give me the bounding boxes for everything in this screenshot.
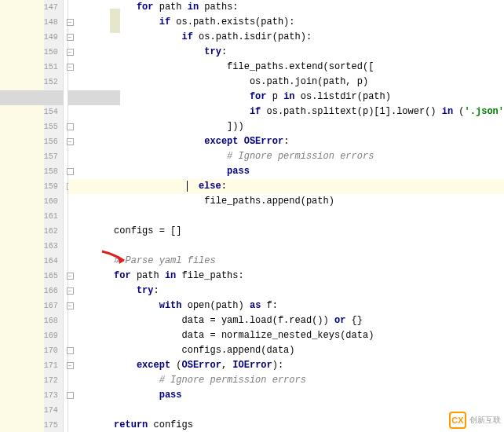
code-line[interactable]: ])) <box>68 119 504 134</box>
code-line[interactable]: for p in os.listdir(path) <box>68 90 504 104</box>
line-number: 155 <box>44 119 58 134</box>
line-number: 171 <box>44 358 58 373</box>
line-number: 164 <box>44 254 58 269</box>
line-number: 166 <box>44 284 58 298</box>
watermark: CX 创新互联 <box>449 412 501 429</box>
code-line[interactable]: data = yaml.load(f.read()) or {} <box>68 313 504 328</box>
line-number: 169 <box>44 328 58 343</box>
line-number: 150 <box>44 45 58 60</box>
left-margin <box>0 0 44 432</box>
code-line[interactable]: configs = [] <box>68 224 504 239</box>
code-line[interactable]: pass <box>68 388 504 403</box>
line-number: 161 <box>44 209 58 224</box>
code-line[interactable] <box>68 209 504 224</box>
text-cursor <box>187 181 188 192</box>
code-line[interactable]: if os.path.exists(path): <box>68 15 504 30</box>
line-number: 165 <box>44 269 58 284</box>
line-number: 162 <box>44 224 58 239</box>
line-number: 175 <box>44 418 58 432</box>
code-line[interactable]: data = normalize_nested_keys(data) <box>68 328 504 343</box>
line-number: 148 <box>44 15 58 30</box>
code-line[interactable]: else: <box>68 179 504 194</box>
line-number: 174 <box>44 403 58 418</box>
code-line[interactable]: with open(path) as f: <box>68 298 504 313</box>
line-number: 168 <box>44 313 58 328</box>
code-line[interactable]: pass <box>68 164 504 179</box>
line-number: 147 <box>44 0 58 15</box>
line-number: 163 <box>44 239 58 254</box>
code-line[interactable]: configs.append(data) <box>68 343 504 358</box>
watermark-logo: CX <box>449 412 466 429</box>
code-line[interactable]: if os.path.isdir(path): <box>68 30 504 45</box>
code-line[interactable]: file_paths.extend(sorted([ <box>68 60 504 75</box>
code-line[interactable]: return configs <box>68 418 504 432</box>
line-number: 170 <box>44 343 58 358</box>
fold-column[interactable]: −−−−−−−−−− <box>64 0 69 432</box>
code-line[interactable] <box>68 403 504 418</box>
line-number: 149 <box>44 30 58 45</box>
line-number: 156 <box>44 134 58 149</box>
code-line[interactable]: for path in file_paths: <box>68 269 504 284</box>
line-number: 172 <box>44 373 58 388</box>
code-line[interactable]: # Ignore permission errors <box>68 149 504 164</box>
line-number: 173 <box>44 388 58 403</box>
code-line[interactable]: file_paths.append(path) <box>68 194 504 209</box>
line-number: 160 <box>44 194 58 209</box>
code-line[interactable]: os.path.join(path, p) <box>68 75 504 90</box>
line-number: 167 <box>44 298 58 313</box>
line-number: 152 <box>44 75 58 90</box>
line-number: 159 <box>44 179 58 194</box>
line-number: 157 <box>44 149 58 164</box>
watermark-text: 创新互联 <box>469 415 501 426</box>
line-number-gutter: 1471481491501511521531541551561571581591… <box>44 0 64 432</box>
code-line[interactable]: try: <box>68 284 504 298</box>
line-number: 151 <box>44 60 58 75</box>
code-line[interactable]: except (OSError, IOError): <box>68 358 504 373</box>
code-line[interactable] <box>68 239 504 254</box>
code-line[interactable]: except OSError: <box>68 134 504 149</box>
line-number: 158 <box>44 164 58 179</box>
code-area[interactable]: for path in paths: if os.path.exists(pat… <box>68 0 504 432</box>
code-editor[interactable]: 1471481491501511521531541551561571581591… <box>0 0 504 432</box>
code-line[interactable]: # Parse yaml files <box>68 254 504 269</box>
code-line[interactable]: for path in paths: <box>68 0 504 15</box>
line-number: 154 <box>44 104 58 119</box>
code-line[interactable]: if os.path.splitext(p)[1].lower() in ('.… <box>68 104 504 119</box>
code-line[interactable]: try: <box>68 45 504 60</box>
code-line[interactable]: # Ignore permission errors <box>68 373 504 388</box>
